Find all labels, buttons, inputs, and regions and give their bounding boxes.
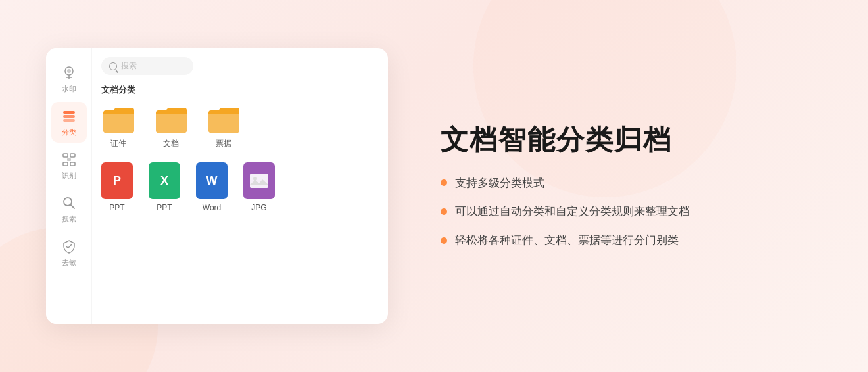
file-grid: P PPT X PPT W Word [101,162,379,212]
feature-item-3: 轻松将各种证件、文档、票据等进行分门别类 [441,233,822,248]
file-item-ppt-red[interactable]: P PPT [101,162,133,212]
ppt-red-icon: P [101,162,133,199]
folder-cert-label: 证件 [110,138,126,149]
classify-icon [60,107,78,126]
sidebar-search-label: 搜索 [62,214,76,224]
ppt-green-icon: X [149,162,180,199]
folder-bill-label: 票据 [216,138,231,149]
image-placeholder-icon [249,173,269,189]
app-panel: 水印 分类 [46,48,388,324]
svg-rect-7 [63,154,68,157]
sidebar-item-search[interactable]: 搜索 [51,189,87,229]
feature-item-2: 可以通过自动分类和自定义分类规则来整理文档 [441,204,822,220]
folder-item-cert[interactable]: 证件 [101,105,135,149]
svg-rect-5 [63,115,75,118]
file-ppt-red-label: PPT [109,203,124,212]
feature-dot-3 [441,237,447,244]
recognize-icon [60,151,78,169]
jpg-purple-icon [243,162,275,199]
feature-text-3: 轻松将各种证件、文档、票据等进行分门别类 [455,233,679,248]
file-item-word[interactable]: W Word [196,162,228,212]
sidebar-recognize-label: 识别 [62,171,76,181]
file-word-label: Word [203,203,221,212]
sidebar-item-watermark[interactable]: 水印 [51,58,87,99]
svg-rect-6 [63,119,75,122]
desensitize-icon [60,237,78,256]
sidebar-item-desensitize[interactable]: 去敏 [51,232,87,273]
sidebar-watermark-label: 水印 [62,84,76,94]
sidebar-item-classify[interactable]: 分类 [51,102,87,143]
sidebar-classify-label: 分类 [62,128,76,137]
main-title: 文档智能分类归档 [441,124,822,156]
features-list: 支持多级分类模式 可以通过自动分类和自定义分类规则来整理文档 轻松将各种证件、文… [441,175,822,248]
folder-item-doc[interactable]: 文档 [154,105,188,149]
word-blue-icon: W [196,162,228,199]
feature-text-1: 支持多级分类模式 [455,175,544,191]
feature-text-2: 可以通过自动分类和自定义分类规则来整理文档 [455,204,690,220]
search-bar[interactable]: 搜索 [101,57,193,75]
folder-icon-cert [101,105,135,134]
content-area: 搜索 文档分类 证件 [92,48,388,324]
svg-rect-14 [250,174,268,188]
right-section: 文档智能分类归档 支持多级分类模式 可以通过自动分类和自定义分类规则来整理文档 … [441,124,822,248]
search-placeholder: 搜索 [121,60,137,72]
sidebar: 水印 分类 [46,48,92,324]
folder-icon-doc [154,105,188,134]
svg-rect-9 [63,162,68,166]
sidebar-desensitize-label: 去敏 [62,258,76,267]
feature-dot-1 [441,179,447,186]
search-nav-icon [60,194,78,212]
svg-rect-8 [70,154,75,157]
file-item-ppt-green[interactable]: X PPT [149,162,180,212]
sidebar-item-recognize[interactable]: 识别 [51,145,87,186]
section-title: 文档分类 [101,84,379,96]
feature-dot-2 [441,208,447,215]
svg-rect-10 [70,162,75,166]
folder-doc-label: 文档 [163,138,179,149]
svg-rect-4 [63,111,75,114]
watermark-icon [60,64,78,82]
svg-rect-11 [67,158,71,161]
svg-point-1 [67,69,71,73]
folder-grid: 证件 文档 票据 [101,105,379,149]
svg-line-13 [70,205,74,209]
file-jpg-label: JPG [251,203,266,212]
file-ppt-green-label: PPT [157,203,172,212]
folder-item-bill[interactable]: 票据 [206,105,241,149]
feature-item-1: 支持多级分类模式 [441,175,822,191]
main-container: 水印 分类 [46,48,822,324]
file-item-jpg[interactable]: JPG [243,162,275,212]
search-icon [109,62,117,70]
folder-icon-bill [206,105,241,134]
